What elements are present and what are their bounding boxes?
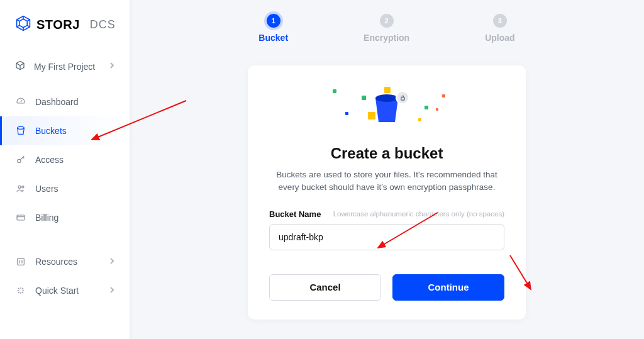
nav-label: Access	[35, 155, 64, 165]
step-encryption[interactable]: 2 Encryption	[364, 14, 409, 43]
brand-name: STORJ	[36, 18, 80, 32]
main-content: 1 Bucket 2 Encryption 3 Upload	[130, 0, 644, 339]
field-header: Bucket Name Lowercase alphanumeric chara…	[269, 209, 504, 219]
svg-point-25	[375, 94, 398, 102]
nav-item-billing[interactable]: Billing	[0, 203, 130, 232]
confetti-icon	[442, 94, 445, 97]
bucket-name-label: Bucket Name	[269, 209, 321, 219]
confetti-icon	[345, 112, 348, 115]
card-subtitle: Buckets are used to store your files. It…	[269, 169, 504, 194]
svg-point-10	[18, 186, 21, 188]
lock-icon	[396, 91, 409, 104]
project-selector[interactable]: My First Project	[0, 52, 130, 81]
button-row: Cancel Continue	[269, 274, 504, 301]
cancel-button[interactable]: Cancel	[269, 274, 381, 301]
svg-rect-14	[18, 258, 25, 265]
nav-item-buckets[interactable]: Buckets	[0, 116, 130, 145]
nav: Dashboard Buckets Access Users Billing	[0, 87, 130, 305]
nav-label: Quick Start	[35, 286, 79, 296]
bucket-icon	[15, 126, 26, 136]
create-bucket-card: Create a bucket Buckets are used to stor…	[248, 65, 526, 320]
chevron-right-icon	[109, 257, 114, 267]
storj-logo-icon	[15, 15, 31, 34]
bucket-name-hint: Lowercase alphanumeric characters only (…	[333, 210, 504, 218]
confetti-icon	[418, 118, 421, 121]
nav-item-quick-start[interactable]: Quick Start	[0, 276, 130, 305]
chevron-right-icon	[109, 286, 114, 296]
svg-line-21	[18, 288, 19, 289]
confetti-icon	[362, 96, 366, 100]
card-title: Create a bucket	[269, 145, 504, 162]
sidebar: STORJ DCS My First Project Dashboard Buc…	[0, 0, 130, 339]
nav-label: Resources	[35, 257, 77, 267]
svg-line-22	[22, 292, 23, 293]
nav-label: Users	[35, 184, 58, 194]
step-number: 3	[493, 14, 507, 28]
step-upload[interactable]: 3 Upload	[485, 14, 514, 43]
confetti-icon	[425, 106, 428, 109]
confetti-icon	[436, 108, 438, 111]
nav-item-dashboard[interactable]: Dashboard	[0, 87, 130, 116]
nav-item-access[interactable]: Access	[0, 145, 130, 174]
project-label: My First Project	[34, 62, 95, 72]
svg-point-9	[18, 159, 21, 162]
step-number: 2	[380, 14, 394, 28]
wizard-stepper: 1 Bucket 2 Encryption 3 Upload	[130, 0, 644, 43]
sparkle-icon	[15, 286, 26, 296]
nav-item-users[interactable]: Users	[0, 174, 130, 203]
card-icon	[15, 213, 26, 223]
brand-sub: DCS	[90, 18, 116, 31]
users-icon	[15, 184, 26, 194]
step-number: 1	[267, 14, 280, 28]
nav-label: Billing	[35, 213, 58, 223]
resources-icon	[15, 257, 26, 267]
svg-line-24	[18, 292, 19, 293]
step-label: Upload	[485, 33, 514, 43]
bucket-illustration	[269, 87, 504, 133]
svg-marker-1	[19, 19, 27, 28]
step-label: Bucket	[258, 33, 288, 43]
chevron-right-icon	[109, 62, 114, 71]
cube-icon	[15, 60, 25, 72]
bucket-name-input[interactable]	[269, 224, 504, 250]
step-bucket[interactable]: 1 Bucket	[258, 14, 288, 43]
nav-item-resources[interactable]: Resources	[0, 247, 130, 276]
brand-logo: STORJ DCS	[0, 15, 130, 52]
dashboard-icon	[15, 97, 26, 107]
nav-label: Buckets	[35, 126, 67, 136]
confetti-icon	[333, 89, 336, 93]
svg-point-8	[18, 126, 25, 129]
svg-line-23	[22, 288, 23, 289]
svg-point-11	[22, 186, 24, 188]
svg-rect-12	[17, 215, 25, 220]
key-icon	[15, 155, 26, 165]
nav-label: Dashboard	[35, 97, 79, 107]
svg-rect-26	[401, 97, 404, 100]
continue-button[interactable]: Continue	[392, 274, 504, 301]
step-label: Encryption	[364, 33, 409, 43]
